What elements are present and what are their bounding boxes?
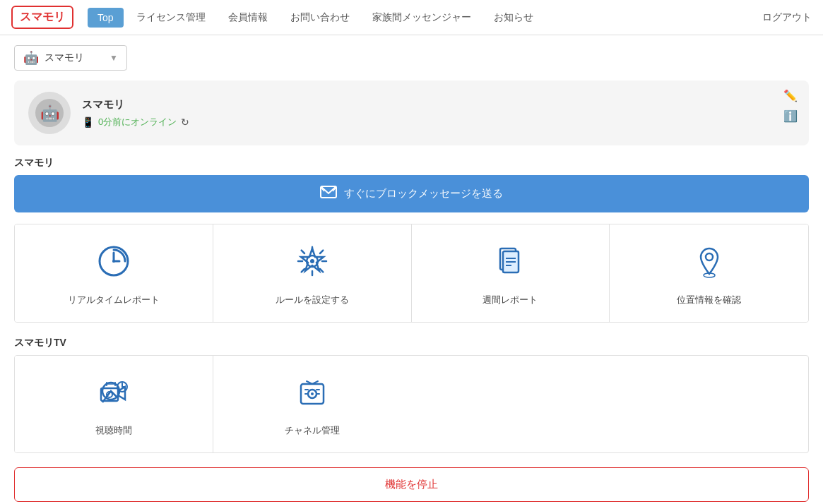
- nav-license[interactable]: ライセンス管理: [126, 7, 215, 28]
- tv-grid: 視聴時間 チャネル管理: [14, 355, 809, 453]
- watch-time-label: 視聴時間: [95, 424, 132, 437]
- phone-status-icon: 📱: [82, 116, 94, 128]
- rules-label: ルールを設定する: [276, 294, 349, 306]
- header: スマモリ Top ライセンス管理 会員情報 お問い合わせ 家族間メッセンジャー …: [0, 0, 823, 35]
- channel-label: チャネル管理: [285, 424, 340, 437]
- edit-icon[interactable]: ✏️: [783, 89, 798, 102]
- svg-text:🤖: 🤖: [40, 104, 60, 123]
- svg-point-29: [311, 392, 314, 395]
- logo: スマモリ: [11, 6, 73, 29]
- feature-rules[interactable]: ルールを設定する: [213, 224, 412, 322]
- block-message-label: すぐにブロックメッセージを送る: [344, 187, 503, 200]
- location-label: 位置情報を確認: [677, 294, 741, 306]
- channel-icon: [295, 376, 329, 416]
- svg-point-6: [112, 260, 115, 263]
- location-icon: [692, 244, 726, 285]
- info-icon[interactable]: ℹ️: [783, 109, 798, 123]
- stop-button[interactable]: 機能を停止: [14, 467, 809, 502]
- svg-point-14: [706, 253, 713, 260]
- device-card: 🤖 スマモリ 📱 0分前にオンライン ↻ ✏️ ℹ️: [14, 80, 809, 145]
- device-info: スマモリ 📱 0分前にオンライン ↻: [82, 98, 795, 128]
- device-avatar: 🤖: [28, 92, 71, 134]
- android-avatar-icon: 🤖: [35, 99, 64, 127]
- device-section: 🤖 スマモリ ▼: [0, 35, 823, 80]
- logout-button[interactable]: ログアウト: [762, 11, 812, 24]
- tv-watch-time[interactable]: 視聴時間: [15, 356, 213, 452]
- block-btn-wrap: すぐにブロックメッセージを送る: [0, 175, 823, 224]
- realtime-icon: [97, 244, 131, 285]
- svg-point-8: [310, 259, 314, 263]
- logo-text: スマモリ: [20, 10, 65, 25]
- chevron-down-icon: ▼: [109, 53, 118, 63]
- android-icon: 🤖: [23, 50, 39, 66]
- nav-notice[interactable]: お知らせ: [484, 7, 543, 28]
- nav-top[interactable]: Top: [88, 8, 124, 28]
- feature-weekly[interactable]: 週間レポート: [412, 224, 610, 322]
- device-dropdown-name: スマモリ: [45, 52, 104, 64]
- block-message-button[interactable]: すぐにブロックメッセージを送る: [14, 175, 809, 212]
- nav-bar: Top ライセンス管理 会員情報 お問い合わせ 家族間メッセンジャー お知らせ: [88, 7, 762, 28]
- status-text: 0分前にオンライン: [98, 116, 177, 128]
- sumamori-section-label: スマモリ: [0, 157, 823, 175]
- feature-location[interactable]: 位置情報を確認: [610, 224, 808, 322]
- device-dropdown[interactable]: 🤖 スマモリ ▼: [14, 45, 127, 71]
- nav-member[interactable]: 会員情報: [218, 7, 278, 28]
- tv-channel[interactable]: チャネル管理: [213, 356, 412, 452]
- device-card-name: スマモリ: [82, 98, 795, 112]
- nav-messenger[interactable]: 家族間メッセンジャー: [362, 7, 481, 28]
- nav-contact[interactable]: お問い合わせ: [280, 7, 360, 28]
- weekly-label: 週間レポート: [482, 294, 538, 306]
- device-status: 📱 0分前にオンライン ↻: [82, 116, 795, 128]
- feature-realtime[interactable]: リアルタイムレポート: [15, 224, 213, 322]
- rules-icon: [295, 244, 329, 285]
- stop-btn-wrap: 機能を停止: [0, 467, 823, 504]
- card-actions: ✏️ ℹ️: [783, 89, 798, 123]
- watch-time-icon: [97, 376, 131, 416]
- block-message-icon: [320, 185, 337, 203]
- weekly-icon: [493, 244, 527, 285]
- realtime-label: リアルタイムレポート: [68, 294, 160, 306]
- tv-section-label: スマモリTV: [0, 337, 823, 355]
- feature-grid: リアルタイムレポート ルールを設定する 週間レポート: [14, 224, 809, 323]
- refresh-icon[interactable]: ↻: [181, 116, 189, 128]
